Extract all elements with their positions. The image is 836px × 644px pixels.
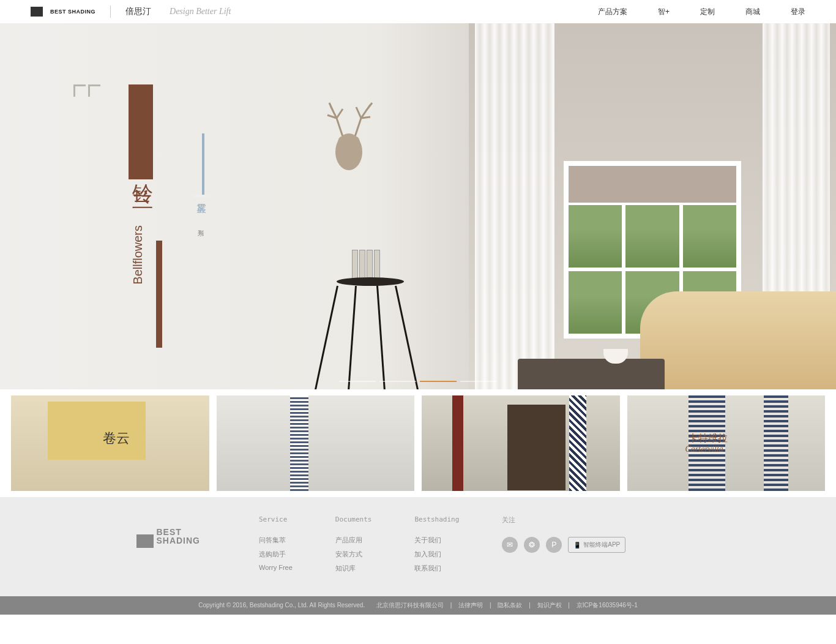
svg-point-1: [338, 137, 345, 149]
pinterest-icon[interactable]: P: [546, 537, 562, 553]
main-nav: 产品方案 智+ 定制 商城 登录: [598, 7, 805, 17]
footer-bar-link[interactable]: 京ICP备16035946号-1: [577, 602, 638, 608]
tray-deco: [518, 359, 665, 389]
divider: [110, 6, 111, 18]
sofa-deco: [640, 291, 836, 389]
footer-link[interactable]: 知识库: [335, 564, 372, 573]
quote-icon: [88, 84, 100, 97]
deco-line: [202, 133, 204, 195]
thumb-1-label: 卷云: [103, 429, 130, 447]
logo-icon: [31, 7, 43, 17]
footer-col-documents: Documents 产品应用 安装方式 知识库: [335, 515, 372, 578]
footer-link[interactable]: 问答集萃: [259, 536, 293, 545]
footer: BESTSHADING Service 问答集萃 选购助手 Worry Free…: [0, 497, 836, 615]
nav-mall[interactable]: 商城: [745, 7, 760, 17]
nav-smart[interactable]: 智+: [658, 7, 670, 17]
brand-cn: 倍思汀: [125, 6, 151, 17]
deco-block: [129, 84, 153, 179]
footer-link[interactable]: 安装方式: [335, 550, 372, 559]
deer-icon: [312, 100, 386, 179]
carousel-dot-active[interactable]: [420, 381, 457, 382]
logo[interactable]: BEST SHADING 倍思汀: [31, 6, 151, 18]
footer-col-heading: 关注: [502, 515, 625, 525]
footer-bar-link[interactable]: 隐私条款: [498, 602, 522, 608]
svg-point-2: [353, 137, 360, 149]
carousel-dot[interactable]: [379, 381, 416, 382]
footer-link[interactable]: Worry Free: [259, 564, 293, 571]
weibo-icon[interactable]: ❂: [524, 537, 540, 553]
footer-logo-text: BESTSHADING: [156, 528, 200, 545]
thumb-4-label: 卡特维拉: [689, 432, 728, 445]
footer-bar-link[interactable]: 知识产权: [537, 602, 562, 608]
thumbnail-row: 卷云 卡特维拉 Cartervilla: [0, 389, 836, 497]
footer-col-service: Service 问答集萃 选购助手 Worry Free: [259, 515, 293, 578]
thumb-2[interactable]: [217, 395, 415, 491]
footer-col-heading: Documents: [335, 515, 372, 523]
stool-deco: [324, 277, 416, 389]
footer-bar-link[interactable]: 法律声明: [458, 602, 483, 608]
deco-block: [156, 241, 162, 348]
hero-quote-marks: [73, 84, 100, 103]
footer-logo[interactable]: BESTSHADING: [136, 515, 216, 578]
curtain-left: [475, 23, 554, 389]
wechat-icon[interactable]: ✉: [502, 537, 518, 553]
app-button[interactable]: 📱 智能终端APP: [568, 537, 625, 553]
footer-col-heading: Service: [259, 515, 293, 523]
footer-bar: Copyright © 2016, Bestshading Co., Ltd. …: [0, 596, 836, 615]
header: BEST SHADING 倍思汀 Design Better Lift 产品方案…: [0, 0, 836, 23]
curtain-scene: [469, 23, 836, 389]
tagline: Design Better Lift: [170, 7, 231, 17]
phone-icon: 📱: [573, 542, 581, 549]
company-name: 北京倍思汀科技有限公司: [376, 602, 444, 608]
hero-banner: 铃兰 Bellflowers 晨雾 系列: [0, 23, 836, 389]
footer-col-heading: Bestshading: [414, 515, 459, 523]
footer-logo-icon: [136, 534, 154, 548]
thumb-3[interactable]: [422, 395, 620, 491]
footer-col-bestshading: Bestshading 关于我们 加入我们 联系我们: [414, 515, 459, 578]
hero-title-cn: 铃兰: [129, 167, 157, 177]
footer-col-follow: 关注 ✉ ❂ P 📱 智能终端APP: [502, 515, 625, 578]
carousel-dot[interactable]: [339, 381, 376, 382]
carousel-dot[interactable]: [460, 381, 497, 382]
nav-login[interactable]: 登录: [791, 7, 805, 17]
logo-text: BEST SHADING: [50, 9, 95, 15]
footer-link[interactable]: 加入我们: [414, 550, 459, 559]
hero-title-en: Bellflowers: [131, 225, 145, 285]
footer-link[interactable]: 选购助手: [259, 550, 293, 559]
footer-link[interactable]: 联系我们: [414, 564, 459, 573]
footer-link[interactable]: 关于我们: [414, 536, 459, 545]
quote-icon: [73, 84, 86, 97]
footer-link[interactable]: 产品应用: [335, 536, 372, 545]
nav-custom[interactable]: 定制: [700, 7, 715, 17]
nav-products[interactable]: 产品方案: [598, 7, 627, 17]
thumb-4-script: Cartervilla: [685, 444, 723, 454]
copyright: Copyright © 2016, Bestshading Co., Ltd. …: [198, 602, 365, 608]
carousel-dots: [339, 381, 497, 382]
hero-subtitle: 晨雾: [193, 195, 209, 197]
thumb-4[interactable]: 卡特维拉 Cartervilla: [627, 395, 826, 491]
thumb-1[interactable]: 卷云: [11, 395, 209, 491]
